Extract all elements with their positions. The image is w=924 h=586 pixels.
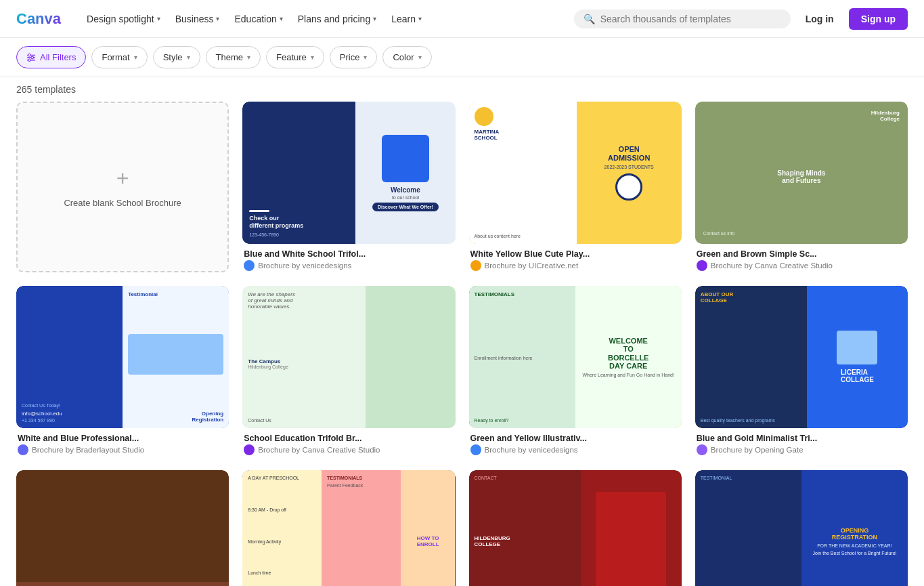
theme-label: Theme: [216, 52, 243, 62]
theme-filter-button[interactable]: Theme ▾: [206, 46, 261, 68]
chevron-down-icon: ▾: [216, 15, 219, 22]
login-button[interactable]: Log in: [793, 8, 846, 30]
template-card[interactable]: MARTINASCHOOL About us content here OPEN…: [469, 102, 682, 272]
card-info: White Yellow Blue Cute Play... Brochure …: [469, 244, 682, 272]
search-input[interactable]: [600, 14, 781, 24]
template-card[interactable]: Welcome to College! THE UNIVERSITY OF...…: [16, 470, 229, 586]
card-info: White and Blue Professional... Brochure …: [16, 428, 229, 457]
search-icon: 🔍: [584, 14, 595, 24]
template-card[interactable]: TESTIMONIALS Enrollment information here…: [469, 286, 682, 457]
template-card[interactable]: TESTIMONIAL CONTACTUS OPENINGREGISTRATIO…: [695, 470, 908, 586]
card-image-wrap: CONTACT HILDENBURGCOLLEGE Shaping Minds …: [469, 470, 682, 586]
main-nav: Design spotlight ▾ Business ▾ Education …: [80, 9, 428, 28]
template-card[interactable]: Contact Us Today! info@school.edu +1 234…: [16, 286, 229, 457]
card-title: Blue and White School Trifol...: [244, 249, 454, 259]
chevron-down-icon: ▾: [364, 54, 367, 61]
nav-business[interactable]: Business ▾: [169, 9, 227, 28]
color-filter-button[interactable]: Color ▾: [382, 46, 431, 68]
color-label: Color: [393, 52, 414, 62]
chevron-down-icon: ▾: [311, 54, 314, 61]
search-bar[interactable]: 🔍: [574, 9, 791, 28]
chevron-down-icon: ▾: [187, 54, 190, 61]
card-title: Green and Brown Simple Sc...: [697, 249, 906, 259]
chevron-down-icon: ▾: [280, 15, 283, 22]
svg-point-3: [28, 54, 31, 56]
template-card[interactable]: We are the shapersof great minds andhono…: [242, 286, 455, 457]
card-image-wrap: TESTIMONIALS Enrollment information here…: [469, 286, 682, 428]
logo-text: Canva: [16, 10, 61, 28]
avatar: [244, 444, 255, 455]
card-info: Green and Brown Simple Sc... Brochure by…: [695, 244, 908, 272]
card-info: Green and Yellow Illustrativ... Brochure…: [469, 428, 682, 457]
card-title: White and Blue Professional...: [18, 434, 227, 443]
card-author: Brochure by Opening Gate: [711, 446, 804, 454]
template-card[interactable]: ABOUT OURCOLLAGE Best quality teachers a…: [695, 286, 908, 457]
chevron-down-icon: ▾: [134, 54, 137, 61]
card-subtitle: Brochure by Canva Creative Studio: [697, 260, 906, 271]
nav-plans-pricing[interactable]: Plans and pricing ▾: [291, 9, 383, 28]
template-grid: + Create blank School Brochure Check our…: [0, 102, 924, 586]
logo[interactable]: Canva: [16, 10, 61, 28]
template-card[interactable]: Check ourdifferent programs 123-456-7890…: [242, 102, 455, 272]
all-filters-button[interactable]: All Filters: [16, 46, 86, 68]
card-image-wrap: Contact Us Today! info@school.edu +1 234…: [16, 286, 229, 428]
style-filter-button[interactable]: Style ▾: [153, 46, 200, 68]
avatar: [470, 260, 481, 271]
card-subtitle: Brochure by UICreative.net: [470, 260, 680, 271]
card-info: Blue and Gold Minimalist Tri... Brochure…: [695, 428, 908, 457]
template-card[interactable]: HildenburgCollege Shaping Mindsand Futur…: [695, 102, 908, 272]
card-image-wrap: ABOUT OURCOLLAGE Best quality teachers a…: [695, 286, 908, 428]
chevron-down-icon: ▾: [247, 54, 250, 61]
nav-design-spotlight[interactable]: Design spotlight ▾: [80, 9, 167, 28]
nav-label: Plans and pricing: [298, 14, 370, 24]
nav-label: Education: [234, 14, 276, 24]
card-title: White Yellow Blue Cute Play...: [470, 249, 680, 259]
template-card[interactable]: CONTACT HILDENBURGCOLLEGE Shaping Minds …: [469, 470, 682, 586]
template-card[interactable]: A DAY AT PRESCHOOL 8:30 AM - Drop off Mo…: [242, 470, 455, 586]
card-info: Blue and White School Trifol... Brochure…: [242, 244, 455, 272]
price-filter-button[interactable]: Price ▾: [330, 46, 378, 68]
all-filters-label: All Filters: [40, 52, 76, 62]
feature-filter-button[interactable]: Feature ▾: [266, 46, 324, 68]
card-image-wrap: TESTIMONIAL CONTACTUS OPENINGREGISTRATIO…: [695, 470, 908, 586]
card-image-wrap: Welcome to College! THE UNIVERSITY OF...: [16, 470, 229, 586]
chevron-down-icon: ▾: [418, 15, 422, 22]
avatar: [697, 260, 707, 271]
avatar: [470, 444, 481, 455]
card-image-wrap: We are the shapersof great minds andhono…: [242, 286, 455, 428]
nav-label: Learn: [391, 14, 416, 24]
svg-point-5: [28, 58, 31, 61]
card-image-wrap: HildenburgCollege Shaping Mindsand Futur…: [695, 102, 908, 244]
avatar: [244, 260, 255, 271]
nav-education[interactable]: Education ▾: [227, 9, 289, 28]
filter-bar: All Filters Format ▾ Style ▾ Theme ▾ Fea…: [0, 38, 924, 77]
chevron-down-icon: ▾: [157, 15, 160, 22]
feature-label: Feature: [276, 52, 307, 62]
card-author: Brochure by venicedesigns: [258, 261, 351, 270]
chevron-down-icon: ▾: [418, 54, 422, 61]
plus-icon: +: [116, 166, 129, 191]
style-label: Style: [163, 52, 183, 62]
card-image-wrap: MARTINASCHOOL About us content here OPEN…: [469, 102, 682, 244]
card-subtitle: Brochure by venicedesigns: [244, 260, 454, 271]
card-image-wrap: A DAY AT PRESCHOOL 8:30 AM - Drop off Mo…: [242, 470, 455, 586]
card-author: Brochure by venicedesigns: [485, 446, 578, 454]
nav-learn[interactable]: Learn ▾: [384, 9, 428, 28]
chevron-down-icon: ▾: [373, 15, 376, 22]
format-label: Format: [102, 52, 129, 62]
card-author: Brochure by Canva Creative Studio: [711, 261, 833, 270]
card-author: Brochure by Braderlayout Studio: [32, 446, 144, 454]
create-blank-card[interactable]: + Create blank School Brochure: [16, 102, 229, 272]
card-info: School Education Trifold Br... Brochure …: [242, 428, 455, 457]
svg-point-4: [31, 56, 34, 59]
signup-button[interactable]: Sign up: [849, 8, 908, 30]
avatar: [18, 444, 28, 455]
create-blank-label: Create blank School Brochure: [57, 198, 188, 208]
header: Canva Design spotlight ▾ Business ▾ Educ…: [0, 0, 924, 38]
nav-label: Design spotlight: [87, 14, 154, 24]
card-title: Green and Yellow Illustrativ...: [470, 434, 680, 443]
sliders-icon: [26, 53, 36, 62]
card-subtitle: Brochure by Canva Creative Studio: [244, 444, 454, 455]
format-filter-button[interactable]: Format ▾: [91, 46, 147, 68]
avatar: [697, 444, 707, 455]
